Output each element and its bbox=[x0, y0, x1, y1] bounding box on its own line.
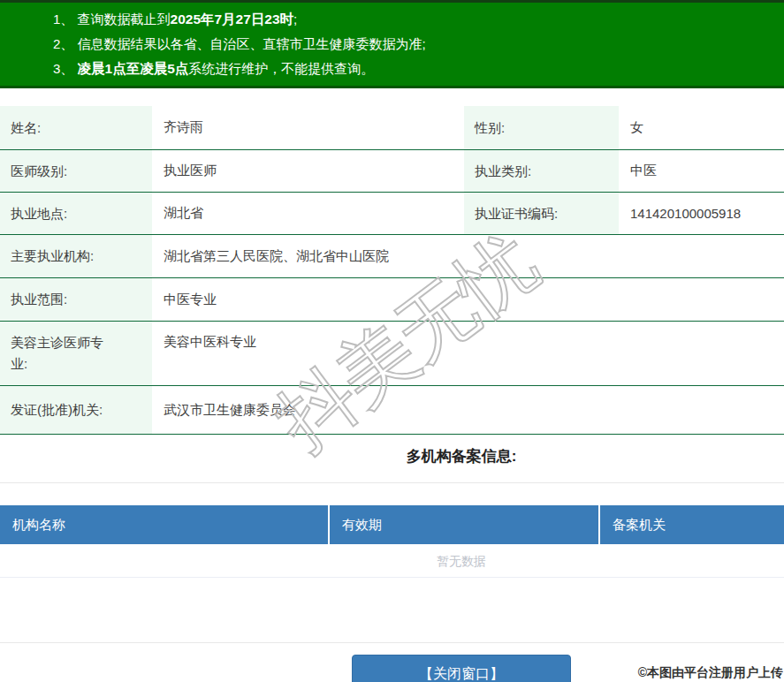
column-header-validity-period: 有效期 bbox=[330, 505, 600, 544]
field-value-practice-category: 中医 bbox=[619, 163, 784, 179]
field-label-practice-scope: 执业范围: bbox=[0, 278, 152, 321]
close-window-button[interactable]: 【关闭窗口】 bbox=[352, 655, 571, 682]
field-value-issuing-authority: 武汉市卫生健康委员会 bbox=[152, 402, 784, 419]
filing-table-header: 机构名称 有效期 备案机关 bbox=[0, 505, 784, 544]
table-row: 执业地点: 湖北省 执业证书编码: 141420100005918 bbox=[0, 193, 784, 235]
table-row: 美容主诊医师专业: 美容中医科专业 bbox=[0, 322, 784, 386]
field-label-issuing-authority: 发证(批准)机关: bbox=[0, 386, 152, 434]
field-label-license-number: 执业证书编码: bbox=[464, 193, 619, 234]
filing-section-title: 多机构备案信息: bbox=[0, 446, 784, 466]
field-value-doctor-level: 执业医师 bbox=[152, 163, 464, 179]
divider bbox=[0, 482, 784, 483]
field-value-cosmetic-specialty: 美容中医科专业 bbox=[152, 322, 784, 351]
field-value-main-institution: 湖北省第三人民医院、湖北省中山医院 bbox=[152, 248, 784, 265]
notice-line-2: 2、 信息数据结果以各省、自治区、直辖市卫生健康委数据为准; bbox=[53, 32, 775, 57]
notice-banner: 1、 查询数据截止到2025年7月27日23时; 2、 信息数据结果以各省、自治… bbox=[0, 0, 784, 88]
field-label-doctor-level: 医师级别: bbox=[0, 150, 152, 192]
column-header-filing-authority: 备案机关 bbox=[600, 505, 784, 544]
table-row: 医师级别: 执业医师 执业类别: 中医 bbox=[0, 150, 784, 193]
field-label-practice-category: 执业类别: bbox=[464, 150, 619, 192]
notice-line-3: 3、 凌晨1点至凌晨5点系统进行维护，不能提供查询。 bbox=[53, 57, 775, 81]
field-value-practice-scope: 中医专业 bbox=[152, 292, 784, 308]
table-row: 主要执业机构: 湖北省第三人民医院、湖北省中山医院 bbox=[0, 235, 784, 278]
field-value-name: 齐诗雨 bbox=[152, 119, 464, 136]
table-row: 发证(批准)机关: 武汉市卫生健康委员会 bbox=[0, 386, 784, 435]
spacer bbox=[0, 578, 784, 642]
field-label-cosmetic-specialty: 美容主诊医师专业: bbox=[0, 322, 152, 385]
field-label-name: 姓名: bbox=[0, 106, 152, 149]
doctor-info-table: 姓名: 齐诗雨 性别: 女 医师级别: 执业医师 执业类别: 中医 执业地点: … bbox=[0, 106, 784, 435]
empty-data-message: 暂无数据 bbox=[0, 544, 784, 578]
table-row: 姓名: 齐诗雨 性别: 女 bbox=[0, 106, 784, 150]
footer: 【关闭窗口】 bbox=[0, 642, 784, 682]
field-value-license-number: 141420100005918 bbox=[619, 206, 784, 221]
field-label-practice-location: 执业地点: bbox=[0, 193, 152, 234]
field-value-gender: 女 bbox=[619, 119, 784, 136]
notice-line-1: 1、 查询数据截止到2025年7月27日23时; bbox=[53, 7, 775, 32]
field-label-gender: 性别: bbox=[464, 106, 619, 149]
table-row: 执业范围: 中医专业 bbox=[0, 278, 784, 322]
field-label-main-institution: 主要执业机构: bbox=[0, 235, 152, 277]
column-header-institution-name: 机构名称 bbox=[0, 505, 330, 544]
field-value-practice-location: 湖北省 bbox=[152, 205, 464, 222]
